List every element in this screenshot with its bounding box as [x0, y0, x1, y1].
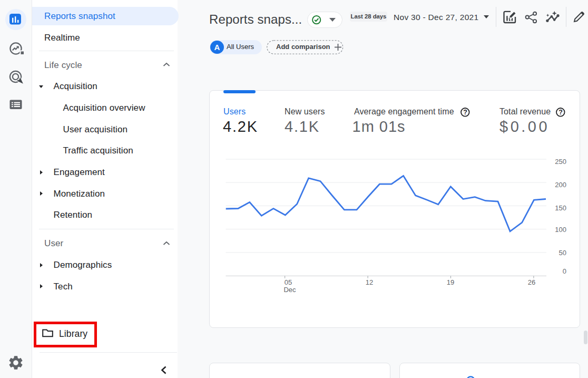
svg-text:12: 12: [366, 278, 373, 286]
svg-text:?: ?: [558, 109, 563, 116]
svg-text:50: 50: [559, 249, 566, 257]
svg-text:?: ?: [463, 109, 467, 116]
svg-text:0: 0: [563, 267, 566, 275]
svg-text:200: 200: [555, 181, 566, 189]
svg-text:26: 26: [528, 278, 535, 286]
svg-text:150: 150: [555, 204, 566, 212]
svg-text:100: 100: [555, 226, 566, 234]
svg-text:250: 250: [555, 158, 566, 166]
svg-text:05: 05: [285, 278, 292, 286]
svg-text:19: 19: [447, 278, 454, 286]
svg-text:Dec: Dec: [283, 286, 296, 294]
